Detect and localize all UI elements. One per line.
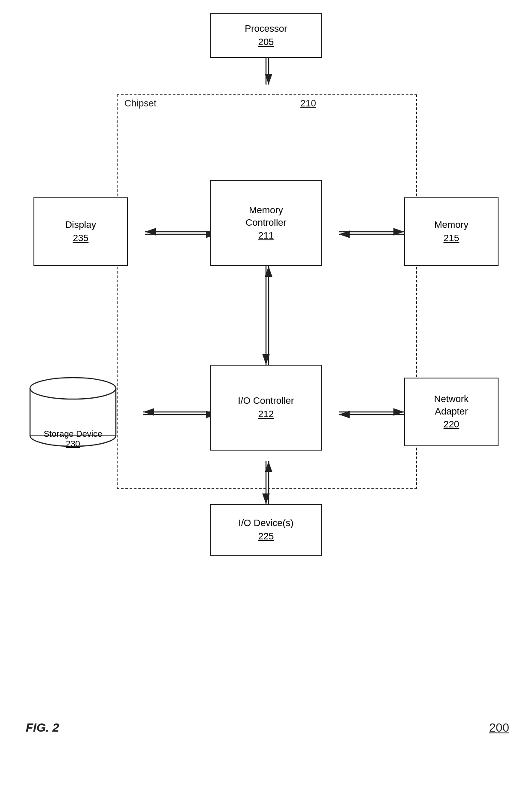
network-adapter-number: 220 [444, 418, 459, 431]
memory-label: Memory [434, 219, 468, 231]
processor-box: Processor 205 [210, 13, 322, 58]
memory-controller-number: 211 [258, 230, 274, 242]
io-devices-box: I/O Device(s) 225 [210, 504, 322, 556]
io-devices-number: 225 [258, 530, 274, 543]
figure-label: FIG. 2 [26, 721, 59, 735]
io-controller-number: 212 [258, 408, 274, 421]
io-devices-label: I/O Device(s) [239, 517, 293, 530]
display-number: 235 [73, 232, 89, 245]
chipset-label: Chipset [124, 98, 157, 109]
display-label: Display [65, 219, 96, 231]
processor-number: 205 [258, 36, 274, 48]
io-controller-box: I/O Controller 212 [210, 365, 322, 451]
memory-controller-label: MemoryController [245, 204, 286, 229]
network-adapter-box: NetworkAdapter 220 [404, 378, 499, 446]
figure-number: 200 [489, 721, 509, 735]
storage-device-label: Storage Device [44, 429, 103, 439]
chipset-number: 210 [300, 98, 316, 109]
svg-point-19 [30, 378, 116, 399]
io-controller-label: I/O Controller [238, 395, 294, 407]
processor-label: Processor [245, 23, 287, 35]
storage-device: Storage Device 230 [21, 373, 124, 451]
network-adapter-label: NetworkAdapter [434, 393, 469, 418]
display-box: Display 235 [33, 197, 128, 266]
storage-device-number: 230 [66, 439, 80, 448]
memory-box: Memory 215 [404, 197, 499, 266]
memory-number: 215 [444, 232, 459, 245]
memory-controller-box: MemoryController 211 [210, 180, 322, 266]
